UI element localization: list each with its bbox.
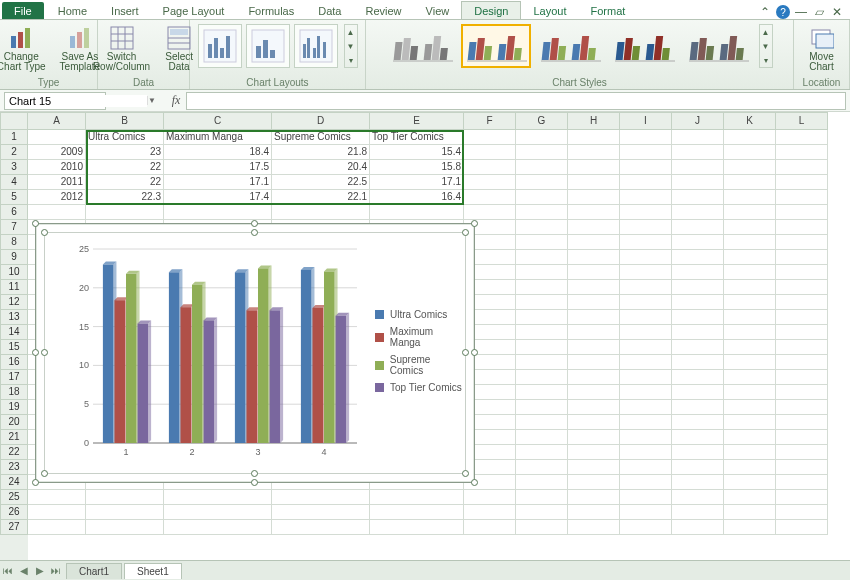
cell-I9[interactable]: [620, 250, 672, 265]
cell-L6[interactable]: [776, 205, 828, 220]
cell-G13[interactable]: [516, 310, 568, 325]
col-header-C[interactable]: C: [164, 112, 272, 130]
tab-home[interactable]: Home: [46, 2, 99, 19]
cell-L18[interactable]: [776, 385, 828, 400]
cell-L17[interactable]: [776, 370, 828, 385]
cell-K27[interactable]: [724, 520, 776, 535]
more-icon[interactable]: ▾: [345, 53, 357, 67]
cell-L2[interactable]: [776, 145, 828, 160]
cell-E2[interactable]: 15.4: [370, 145, 464, 160]
row-header-16[interactable]: 16: [0, 355, 28, 370]
cell-G7[interactable]: [516, 220, 568, 235]
cell-G27[interactable]: [516, 520, 568, 535]
cell-H6[interactable]: [568, 205, 620, 220]
handle-tl[interactable]: [32, 220, 39, 227]
cell-A26[interactable]: [28, 505, 86, 520]
cell-I13[interactable]: [620, 310, 672, 325]
cell-G17[interactable]: [516, 370, 568, 385]
cell-G1[interactable]: [516, 130, 568, 145]
row-header-15[interactable]: 15: [0, 340, 28, 355]
cell-K7[interactable]: [724, 220, 776, 235]
handle-br[interactable]: [471, 479, 478, 486]
col-header-K[interactable]: K: [724, 112, 776, 130]
cell-A2[interactable]: 2009: [28, 145, 86, 160]
sheet-nav-last-icon[interactable]: ⏭: [48, 565, 64, 576]
cell-J11[interactable]: [672, 280, 724, 295]
cell-L22[interactable]: [776, 445, 828, 460]
tab-format[interactable]: Format: [578, 2, 637, 19]
cell-F26[interactable]: [464, 505, 516, 520]
cell-J21[interactable]: [672, 430, 724, 445]
cell-B5[interactable]: 22.3: [86, 190, 164, 205]
col-header-J[interactable]: J: [672, 112, 724, 130]
cell-K3[interactable]: [724, 160, 776, 175]
cell-G24[interactable]: [516, 475, 568, 490]
tab-file[interactable]: File: [2, 2, 44, 19]
cell-A1[interactable]: [28, 130, 86, 145]
cell-K1[interactable]: [724, 130, 776, 145]
cell-K23[interactable]: [724, 460, 776, 475]
cell-J6[interactable]: [672, 205, 724, 220]
scroll-down-icon[interactable]: ▼: [345, 39, 357, 53]
name-box[interactable]: ▼: [4, 92, 106, 110]
cell-G23[interactable]: [516, 460, 568, 475]
cell-K2[interactable]: [724, 145, 776, 160]
cell-A3[interactable]: 2010: [28, 160, 86, 175]
cell-L19[interactable]: [776, 400, 828, 415]
cell-E26[interactable]: [370, 505, 464, 520]
cell-H20[interactable]: [568, 415, 620, 430]
cell-K5[interactable]: [724, 190, 776, 205]
inner-handle-br[interactable]: [462, 470, 469, 477]
cell-L7[interactable]: [776, 220, 828, 235]
cell-K12[interactable]: [724, 295, 776, 310]
cell-I15[interactable]: [620, 340, 672, 355]
col-header-I[interactable]: I: [620, 112, 672, 130]
row-header-22[interactable]: 22: [0, 445, 28, 460]
cell-L12[interactable]: [776, 295, 828, 310]
tab-view[interactable]: View: [414, 2, 462, 19]
move-chart-button[interactable]: Move Chart: [803, 24, 841, 74]
fx-icon[interactable]: fx: [166, 93, 186, 108]
row-header-11[interactable]: 11: [0, 280, 28, 295]
cell-H17[interactable]: [568, 370, 620, 385]
cell-H2[interactable]: [568, 145, 620, 160]
cell-K21[interactable]: [724, 430, 776, 445]
cell-C6[interactable]: [164, 205, 272, 220]
cell-G22[interactable]: [516, 445, 568, 460]
inner-handle-t[interactable]: [251, 229, 258, 236]
cell-I1[interactable]: [620, 130, 672, 145]
cell-I10[interactable]: [620, 265, 672, 280]
cell-H11[interactable]: [568, 280, 620, 295]
cell-G21[interactable]: [516, 430, 568, 445]
change-chart-type-button[interactable]: Change Chart Type: [0, 24, 50, 74]
cell-G19[interactable]: [516, 400, 568, 415]
cell-D3[interactable]: 20.4: [272, 160, 370, 175]
col-header-A[interactable]: A: [28, 112, 86, 130]
cell-J2[interactable]: [672, 145, 724, 160]
cell-J19[interactable]: [672, 400, 724, 415]
cell-C4[interactable]: 17.1: [164, 175, 272, 190]
inner-handle-l[interactable]: [41, 349, 48, 356]
cell-D2[interactable]: 21.8: [272, 145, 370, 160]
cell-B4[interactable]: 22: [86, 175, 164, 190]
cell-A4[interactable]: 2011: [28, 175, 86, 190]
cell-L4[interactable]: [776, 175, 828, 190]
legend-item[interactable]: Ultra Comics: [375, 309, 465, 320]
row-header-6[interactable]: 6: [0, 205, 28, 220]
cell-B6[interactable]: [86, 205, 164, 220]
cell-I2[interactable]: [620, 145, 672, 160]
cell-I18[interactable]: [620, 385, 672, 400]
cell-H14[interactable]: [568, 325, 620, 340]
cell-D27[interactable]: [272, 520, 370, 535]
cell-K25[interactable]: [724, 490, 776, 505]
inner-handle-r[interactable]: [462, 349, 469, 356]
cell-H13[interactable]: [568, 310, 620, 325]
switch-row-column-button[interactable]: Switch Row/Column: [89, 24, 154, 74]
cell-J17[interactable]: [672, 370, 724, 385]
cell-J4[interactable]: [672, 175, 724, 190]
chart-layout-3[interactable]: [294, 24, 338, 68]
cell-I4[interactable]: [620, 175, 672, 190]
cell-L1[interactable]: [776, 130, 828, 145]
row-header-7[interactable]: 7: [0, 220, 28, 235]
scroll-up-icon[interactable]: ▲: [760, 25, 772, 39]
